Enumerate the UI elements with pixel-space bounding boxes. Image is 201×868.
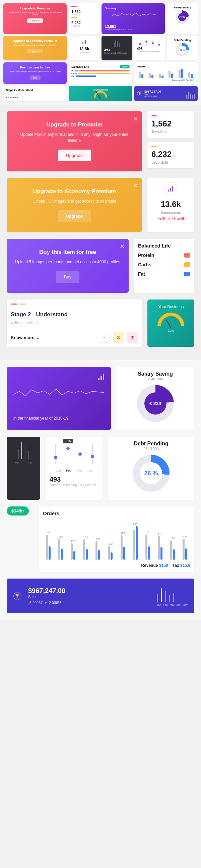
upgrade-premium-card: ✕ Upgrade to Premuim Update Mp4 in any f… bbox=[7, 111, 142, 172]
know-more-link[interactable]: Know more⌄ bbox=[11, 335, 39, 340]
mini-salary: Salary Saving £ 234 bbox=[167, 3, 198, 34]
svg-rect-4 bbox=[170, 188, 171, 191]
mini-dark-493: 493 Number of loading This Months bbox=[101, 36, 132, 60]
orders-card: Orders 189 156 123 154 137 103 183 223 1… bbox=[39, 506, 194, 572]
svg-rect-2 bbox=[85, 40, 86, 43]
mini-summary: Summary 13,551 in the financial year of … bbox=[101, 3, 165, 34]
lego-stat: 6,232 Lego Sold bbox=[147, 142, 194, 168]
business-card: Your Business Low bbox=[147, 300, 194, 347]
mini-upgrade-premium: Upgrade to Premuim Update Mp4 in any for… bbox=[3, 3, 67, 34]
mini-economy-btn[interactable]: Upgrade bbox=[27, 49, 43, 53]
mini-buy-btn[interactable]: Buy bbox=[30, 75, 40, 80]
summary-large: in the financial year of 2018-19 bbox=[7, 367, 111, 430]
add-box[interactable]: + bbox=[99, 332, 109, 343]
chevron-left-icon[interactable]: ‹ bbox=[49, 469, 51, 472]
svg-rect-8 bbox=[103, 374, 104, 380]
mini-impressions: 13.6k 65.45 % Growth bbox=[69, 36, 100, 60]
stage-card: Stage 2 - Understand 4 files attached Kn… bbox=[7, 300, 142, 347]
mini-economy: Upgrade to Economy Premium Upload HD ima… bbox=[3, 36, 67, 60]
mini-stage: Stage 2 - Understand 4 files attached Kn… bbox=[3, 86, 67, 101]
trophy-icon: 🏆 bbox=[137, 91, 142, 96]
mini-buy-free: Buy this item for free Upload 5 images p… bbox=[3, 62, 67, 84]
salary-saving-card: Salary Saving 234/1000 £ 234 bbox=[116, 367, 194, 430]
card-title: Upgrade to Economy Premium bbox=[13, 188, 135, 195]
toys-stat: 1,562 Toys Sold bbox=[147, 111, 194, 138]
bars-icon bbox=[98, 374, 104, 380]
bars-icon bbox=[82, 40, 86, 43]
upgrade-button[interactable]: Upgrade bbox=[58, 150, 91, 161]
sparkline-icon bbox=[105, 10, 162, 23]
rate-pill: $34/hr bbox=[7, 506, 29, 516]
svg-rect-5 bbox=[172, 186, 173, 191]
chevron-right-icon[interactable]: › bbox=[98, 469, 99, 472]
light-493-card: + 75 ‹ Jan Feb Mar Apr › 493 Number of l… bbox=[45, 437, 102, 500]
close-icon[interactable]: ✕ bbox=[133, 182, 138, 189]
mini-sales: 🏆 $967,247.00 Sales -6.20967 2.036% bbox=[134, 86, 198, 101]
buy-free-card: ✕ Buy this item for free Upload 5 images… bbox=[7, 239, 129, 293]
debt-pending-card: Debt Pending 234/1000 26 % bbox=[108, 437, 194, 500]
svg-rect-7 bbox=[100, 376, 102, 380]
chevron-down-icon: ⌄ bbox=[36, 335, 39, 340]
buy-button[interactable]: Buy bbox=[56, 271, 79, 283]
balanced-life-card: Balanced Life Protein Carbs Fat bbox=[134, 239, 194, 293]
overview-grid: Upgrade to Premuim Update Mp4 in any for… bbox=[0, 0, 201, 105]
close-icon[interactable]: ✕ bbox=[133, 115, 138, 123]
bars-icon bbox=[164, 182, 177, 195]
svg-rect-6 bbox=[98, 378, 100, 380]
sparkline-chart bbox=[13, 381, 104, 408]
economy-premium-card: ✕ Upgrade to Economy Premium Upload HD i… bbox=[7, 178, 142, 232]
close-icon[interactable]: ✕ bbox=[120, 243, 125, 250]
card-title: Buy this item for free bbox=[13, 249, 122, 255]
svg-rect-3 bbox=[168, 189, 169, 191]
gauge-icon bbox=[158, 313, 184, 326]
trophy-icon: 🏆 bbox=[13, 592, 22, 600]
svg-rect-1 bbox=[84, 41, 85, 43]
svg-rect-0 bbox=[82, 42, 83, 43]
salary-donut: £ 234 bbox=[137, 385, 174, 422]
impressions-card: 13.6k Impressions 65.45 % Growth bbox=[147, 178, 194, 232]
mini-light-493: 493 Number of loading This Months bbox=[134, 36, 165, 60]
upgrade-button[interactable]: Upgrade bbox=[58, 210, 91, 222]
mini-business: Your Business bbox=[69, 86, 132, 101]
card-title: Upgrade to Premuim bbox=[13, 121, 135, 128]
mini-debt: Debt Pending 26 % bbox=[167, 36, 198, 60]
mini-toys: 1,562 Toys Sold 6,232 Lego Sold bbox=[69, 3, 100, 34]
s-box[interactable]: S bbox=[113, 332, 124, 343]
mini-balanced: Balanced Life$34/hr Protein Carbs Fat bbox=[69, 62, 132, 84]
sales-card: 🏆 $967,247.00 Sales -6.20967 ▾ 2.036% Ja… bbox=[7, 579, 194, 613]
debt-donut: 26 % bbox=[133, 455, 169, 492]
t-box[interactable]: T bbox=[127, 332, 138, 343]
mini-upgrade-btn[interactable]: Upgrade bbox=[27, 19, 43, 23]
orders-chart: 189 156 123 154 137 103 183 223 187 177 … bbox=[43, 520, 190, 560]
mini-orders: Orders Revenue $158 Tax $15.8 bbox=[134, 62, 198, 84]
dark-493-card: MarApr bbox=[7, 437, 40, 500]
